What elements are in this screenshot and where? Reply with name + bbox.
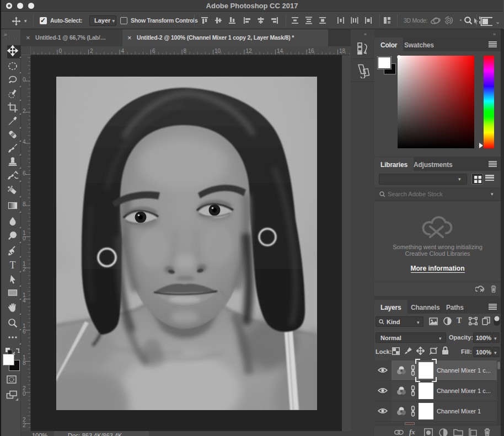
svg-text:10: 10: [215, 48, 221, 54]
svg-text:0: 0: [23, 235, 26, 241]
svg-text:T: T: [10, 260, 16, 271]
svg-text:4: 4: [23, 139, 26, 145]
svg-text:2: 2: [23, 422, 26, 428]
svg-text:2: 2: [23, 266, 26, 272]
svg-text:8: 8: [23, 360, 26, 366]
svg-text:6: 6: [23, 170, 26, 176]
svg-text:12: 12: [246, 48, 253, 54]
svg-text:0: 0: [59, 48, 62, 54]
svg-text:16: 16: [308, 48, 315, 54]
svg-text:4: 4: [121, 48, 125, 54]
svg-text:2: 2: [23, 108, 26, 114]
svg-text:2: 2: [90, 48, 93, 54]
svg-text:6: 6: [23, 329, 26, 335]
svg-text:8: 8: [184, 48, 187, 54]
svg-text:4: 4: [23, 298, 26, 304]
svg-text:8: 8: [23, 201, 26, 207]
svg-text:14: 14: [277, 48, 283, 54]
svg-text:6: 6: [152, 48, 156, 54]
svg-text:0: 0: [23, 77, 26, 83]
svg-text:18: 18: [339, 48, 346, 54]
svg-text:0: 0: [23, 391, 26, 397]
